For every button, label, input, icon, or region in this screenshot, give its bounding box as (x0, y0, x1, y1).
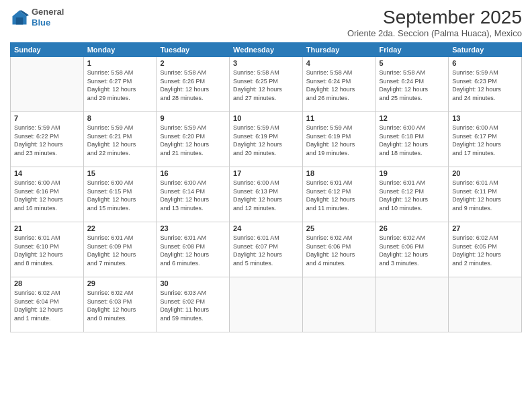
table-row: 24Sunrise: 6:01 AMSunset: 6:07 PMDayligh… (230, 222, 303, 277)
day-number: 27 (452, 224, 518, 232)
table-row: 7Sunrise: 5:59 AMSunset: 6:22 PMDaylight… (11, 112, 84, 167)
day-number: 28 (14, 279, 80, 287)
day-info: Sunrise: 5:59 AMSunset: 6:23 PMDaylight:… (452, 68, 518, 102)
table-row: 17Sunrise: 6:00 AMSunset: 6:13 PMDayligh… (230, 167, 303, 222)
table-row: 2Sunrise: 5:58 AMSunset: 6:26 PMDaylight… (157, 57, 230, 112)
day-number: 2 (160, 59, 226, 67)
day-info: Sunrise: 5:59 AMSunset: 6:21 PMDaylight:… (87, 124, 153, 157)
table-row (11, 57, 84, 112)
calendar-table: Sunday Monday Tuesday Wednesday Thursday… (10, 42, 522, 332)
table-row: 3Sunrise: 5:58 AMSunset: 6:25 PMDaylight… (230, 57, 303, 112)
logo: General Blue (10, 7, 64, 28)
logo-blue-text: Blue (32, 17, 50, 28)
table-row: 9Sunrise: 5:59 AMSunset: 6:20 PMDaylight… (157, 112, 230, 167)
day-info: Sunrise: 6:01 AMSunset: 6:12 PMDaylight:… (380, 179, 445, 212)
logo-general-text: General (32, 7, 64, 17)
table-row: 1Sunrise: 5:58 AMSunset: 6:27 PMDaylight… (83, 57, 157, 112)
col-tuesday: Tuesday (157, 43, 230, 57)
day-info: Sunrise: 6:01 AMSunset: 6:11 PMDaylight:… (452, 179, 518, 212)
calendar-week-row: 1Sunrise: 5:58 AMSunset: 6:27 PMDaylight… (11, 57, 522, 112)
day-number: 23 (160, 224, 226, 232)
table-row: 30Sunrise: 6:03 AMSunset: 6:02 PMDayligh… (157, 277, 230, 332)
table-row: 12Sunrise: 6:00 AMSunset: 6:18 PMDayligh… (375, 112, 449, 167)
table-row: 20Sunrise: 6:01 AMSunset: 6:11 PMDayligh… (449, 167, 522, 222)
day-info: Sunrise: 6:00 AMSunset: 6:18 PMDaylight:… (380, 124, 445, 157)
col-saturday: Saturday (449, 43, 522, 57)
day-info: Sunrise: 6:00 AMSunset: 6:17 PMDaylight:… (452, 124, 518, 157)
day-info: Sunrise: 6:02 AMSunset: 6:03 PMDaylight:… (87, 289, 153, 322)
logo-text: General Blue (32, 7, 64, 28)
table-row: 28Sunrise: 6:02 AMSunset: 6:04 PMDayligh… (11, 277, 84, 332)
table-row: 13Sunrise: 6:00 AMSunset: 6:17 PMDayligh… (449, 112, 522, 167)
header: General Blue September 2025 Oriente 2da.… (10, 7, 522, 38)
day-number: 18 (306, 169, 372, 177)
day-info: Sunrise: 5:59 AMSunset: 6:19 PMDaylight:… (306, 124, 372, 157)
day-number: 9 (160, 114, 226, 122)
day-number: 11 (306, 114, 372, 122)
day-number: 1 (87, 59, 153, 67)
day-info: Sunrise: 5:58 AMSunset: 6:24 PMDaylight:… (380, 68, 445, 102)
day-number: 25 (306, 224, 372, 232)
day-info: Sunrise: 5:59 AMSunset: 6:20 PMDaylight:… (160, 124, 226, 157)
calendar-week-row: 7Sunrise: 5:59 AMSunset: 6:22 PMDaylight… (11, 112, 522, 167)
day-number: 16 (160, 169, 226, 177)
table-row: 25Sunrise: 6:02 AMSunset: 6:06 PMDayligh… (302, 222, 375, 277)
day-number: 13 (452, 114, 518, 122)
table-row (375, 277, 449, 332)
table-row: 5Sunrise: 5:58 AMSunset: 6:24 PMDaylight… (375, 57, 449, 112)
day-number: 10 (233, 114, 299, 122)
table-row: 18Sunrise: 6:01 AMSunset: 6:12 PMDayligh… (302, 167, 375, 222)
day-info: Sunrise: 6:00 AMSunset: 6:16 PMDaylight:… (14, 179, 80, 212)
day-number: 22 (87, 224, 153, 232)
month-title: September 2025 (347, 7, 522, 28)
table-row: 19Sunrise: 6:01 AMSunset: 6:12 PMDayligh… (375, 167, 449, 222)
table-row: 10Sunrise: 5:59 AMSunset: 6:19 PMDayligh… (230, 112, 303, 167)
day-info: Sunrise: 6:03 AMSunset: 6:02 PMDaylight:… (160, 289, 226, 322)
day-number: 7 (14, 114, 80, 122)
day-info: Sunrise: 5:58 AMSunset: 6:25 PMDaylight:… (233, 68, 299, 102)
day-info: Sunrise: 6:01 AMSunset: 6:12 PMDaylight:… (306, 179, 372, 212)
col-wednesday: Wednesday (230, 43, 303, 57)
logo-icon (10, 8, 29, 27)
day-info: Sunrise: 6:01 AMSunset: 6:09 PMDaylight:… (87, 234, 153, 267)
calendar-week-row: 28Sunrise: 6:02 AMSunset: 6:04 PMDayligh… (11, 277, 522, 332)
day-info: Sunrise: 6:01 AMSunset: 6:07 PMDaylight:… (233, 234, 299, 267)
day-info: Sunrise: 6:01 AMSunset: 6:08 PMDaylight:… (160, 234, 226, 267)
col-thursday: Thursday (302, 43, 375, 57)
day-info: Sunrise: 5:59 AMSunset: 6:22 PMDaylight:… (14, 124, 80, 157)
day-info: Sunrise: 6:00 AMSunset: 6:13 PMDaylight:… (233, 179, 299, 212)
day-number: 4 (306, 59, 372, 67)
day-number: 30 (160, 279, 226, 287)
calendar-week-row: 14Sunrise: 6:00 AMSunset: 6:16 PMDayligh… (11, 167, 522, 222)
calendar-week-row: 21Sunrise: 6:01 AMSunset: 6:10 PMDayligh… (11, 222, 522, 277)
table-row: 14Sunrise: 6:00 AMSunset: 6:16 PMDayligh… (11, 167, 84, 222)
table-row: 23Sunrise: 6:01 AMSunset: 6:08 PMDayligh… (157, 222, 230, 277)
day-info: Sunrise: 6:02 AMSunset: 6:05 PMDaylight:… (452, 234, 518, 267)
day-number: 3 (233, 59, 299, 67)
table-row: 29Sunrise: 6:02 AMSunset: 6:03 PMDayligh… (83, 277, 157, 332)
table-row: 11Sunrise: 5:59 AMSunset: 6:19 PMDayligh… (302, 112, 375, 167)
day-number: 8 (87, 114, 153, 122)
day-number: 29 (87, 279, 153, 287)
svg-rect-2 (16, 17, 24, 25)
title-area: September 2025 Oriente 2da. Seccion (Pal… (347, 7, 522, 38)
table-row (230, 277, 303, 332)
table-row: 26Sunrise: 6:02 AMSunset: 6:06 PMDayligh… (375, 222, 449, 277)
day-info: Sunrise: 6:01 AMSunset: 6:10 PMDaylight:… (14, 234, 80, 267)
table-row: 15Sunrise: 6:00 AMSunset: 6:15 PMDayligh… (83, 167, 157, 222)
day-info: Sunrise: 6:00 AMSunset: 6:15 PMDaylight:… (87, 179, 153, 212)
table-row (302, 277, 375, 332)
subtitle: Oriente 2da. Seccion (Palma Huaca), Mexi… (347, 28, 522, 38)
day-number: 19 (380, 169, 445, 177)
day-number: 5 (380, 59, 445, 67)
day-info: Sunrise: 6:00 AMSunset: 6:14 PMDaylight:… (160, 179, 226, 212)
col-sunday: Sunday (11, 43, 84, 57)
day-number: 24 (233, 224, 299, 232)
day-number: 26 (380, 224, 445, 232)
col-monday: Monday (83, 43, 157, 57)
day-info: Sunrise: 6:02 AMSunset: 6:06 PMDaylight:… (380, 234, 445, 267)
day-number: 12 (380, 114, 445, 122)
day-info: Sunrise: 5:58 AMSunset: 6:26 PMDaylight:… (160, 68, 226, 102)
table-row: 21Sunrise: 6:01 AMSunset: 6:10 PMDayligh… (11, 222, 84, 277)
day-info: Sunrise: 6:02 AMSunset: 6:04 PMDaylight:… (14, 289, 80, 322)
